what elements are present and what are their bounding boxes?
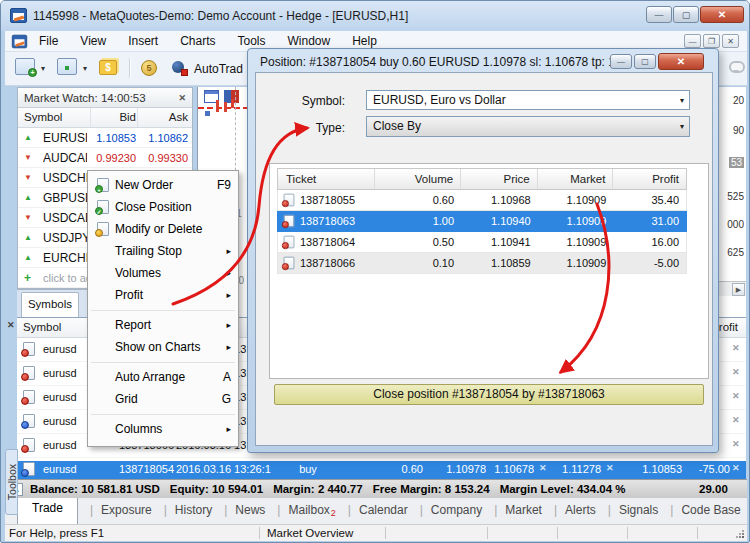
menu-item-show-on-charts[interactable]: Show on Charts▸ xyxy=(88,336,238,358)
status-segment-text: Market Overview xyxy=(267,527,353,539)
column-profit[interactable]: Profit xyxy=(613,169,686,189)
bid-value: 1.10853 xyxy=(94,132,136,144)
menu-file[interactable]: File xyxy=(28,31,69,51)
ask-value: 1.10862 xyxy=(140,132,188,144)
profiles-dropdown-icon[interactable]: ▾ xyxy=(83,64,87,73)
profiles-icon[interactable] xyxy=(57,58,77,75)
close-trade-icon[interactable]: ✕ xyxy=(732,343,740,353)
selected-trade-row[interactable]: eurusd 138718054 2016.03.16 13:26:10 buy… xyxy=(17,461,746,479)
chart-candle xyxy=(205,111,210,116)
remove-tp-icon[interactable]: ✕ xyxy=(606,463,614,473)
close-trade-icon[interactable]: ✕ xyxy=(732,463,740,473)
tab-signals[interactable]: Signals xyxy=(600,499,662,524)
toolbox-column-symbol[interactable]: Symbol xyxy=(23,321,61,333)
autotrading-label[interactable]: AutoTrad xyxy=(194,62,243,76)
tab-history[interactable]: History xyxy=(156,499,216,524)
symbol-combobox[interactable]: EURUSD, Euro vs Dollar▾ xyxy=(366,90,690,110)
balance-label: Balance: xyxy=(30,483,78,495)
new-chart-dropdown-icon[interactable]: ▾ xyxy=(41,64,45,73)
mdi-minimize-button[interactable]: — xyxy=(684,34,701,48)
minimize-button[interactable]: — xyxy=(646,6,672,23)
trade-symbol: eurusd xyxy=(43,367,77,379)
maximize-button[interactable]: ▢ xyxy=(673,6,699,23)
column-ticket[interactable]: Ticket xyxy=(278,169,375,189)
tab-exposure[interactable]: Exposure xyxy=(82,499,156,524)
column-market[interactable]: Market xyxy=(538,169,614,189)
column-volume[interactable]: Volume xyxy=(375,169,462,189)
coin-icon[interactable]: 5 xyxy=(141,60,157,76)
submenu-arrow-icon: ▸ xyxy=(226,268,231,278)
menu-separator xyxy=(88,410,238,418)
column-ask[interactable]: Ask xyxy=(140,111,188,123)
dialog-close-button[interactable]: ✕ xyxy=(658,53,704,70)
close-button[interactable]: ✕ xyxy=(700,6,744,23)
menu-item-new-order[interactable]: + New OrderF9 xyxy=(88,174,238,196)
chart-window-icon[interactable] xyxy=(12,34,27,48)
chart-horizontal-scrollbar[interactable]: ▶ xyxy=(719,281,746,296)
market-watch-row[interactable]: ▼ AUDCAD 0.99230 0.99330 xyxy=(18,148,192,168)
table-row-selected[interactable]: 138718063 1.00 1.10940 1.10909 31.00 xyxy=(277,211,687,232)
menu-item-trailing-stop[interactable]: Trailing Stop▸ xyxy=(88,240,238,262)
close-by-button[interactable]: Close position #138718054 by #138718063 xyxy=(274,384,704,405)
menu-item-grid[interactable]: GridG xyxy=(88,388,238,410)
balance-value: 10 581.81 USD xyxy=(81,483,160,495)
tab-company[interactable]: Company xyxy=(412,499,486,524)
scroll-right-icon[interactable]: ▶ xyxy=(732,283,745,296)
tab-news[interactable]: News xyxy=(216,499,269,524)
mdi-close-button[interactable]: ✕ xyxy=(722,34,739,48)
menu-item-profit[interactable]: Profit▸ xyxy=(88,284,238,306)
close-trade-icon[interactable]: ✕ xyxy=(732,439,740,449)
menu-item-close-position[interactable]: ✓ Close Position xyxy=(88,196,238,218)
mdi-restore-button[interactable]: ❐ xyxy=(703,34,720,48)
balance-bar: ▲ Balance: 10 581.81 USD Equity: 10 594.… xyxy=(5,479,747,498)
column-symbol[interactable]: Symbol xyxy=(24,111,62,123)
menu-item-columns[interactable]: Columns▸ xyxy=(88,418,238,440)
menu-item-auto-arrange[interactable]: Auto ArrangeA xyxy=(88,366,238,388)
market-watch-close-icon[interactable]: ✕ xyxy=(178,93,186,103)
tab-mailbox[interactable]: Mailbox2 xyxy=(269,499,340,524)
market-watch-row[interactable]: ▲ EURUSD 1.10853 1.10862 xyxy=(18,128,192,148)
tab-calendar[interactable]: Calendar xyxy=(340,499,412,524)
tab-expert[interactable]: Expert xyxy=(745,499,747,524)
close-trade-icon[interactable]: ✕ xyxy=(732,415,740,425)
tab-symbols[interactable]: Symbols xyxy=(21,292,79,318)
tab-codebase[interactable]: Code Base xyxy=(662,499,745,524)
menu-view[interactable]: View xyxy=(69,31,117,51)
community-chat-icon[interactable] xyxy=(729,61,745,73)
close-trade-icon[interactable]: ✕ xyxy=(732,367,740,377)
tab-trade[interactable]: Trade xyxy=(17,498,78,524)
column-bid[interactable]: Bid xyxy=(94,111,136,123)
menu-insert[interactable]: Insert xyxy=(117,31,169,51)
menu-item-modify-or-delete[interactable]: Modify or Delete xyxy=(88,218,238,240)
menu-charts[interactable]: Charts xyxy=(169,31,226,51)
dialog-minimize-button[interactable]: — xyxy=(610,54,632,69)
menu-item-report[interactable]: Report▸ xyxy=(88,314,238,336)
new-chart-icon[interactable]: + xyxy=(15,58,35,75)
menu-item-volumes[interactable]: Volumes▸ xyxy=(88,262,238,284)
dialog-client-area: Symbol: EURUSD, Euro vs Dollar▾ Type: Cl… xyxy=(255,72,713,446)
market-watch-columns: Symbol Bid Ask xyxy=(18,108,192,128)
autotrading-icon[interactable] xyxy=(171,60,188,76)
sell-position-icon xyxy=(284,257,295,270)
up-arrow-icon: ▲ xyxy=(24,193,32,202)
column-price[interactable]: Price xyxy=(461,169,538,189)
trade-volume: 0.60 xyxy=(367,463,423,475)
close-trade-icon[interactable]: ✕ xyxy=(732,391,740,401)
table-row[interactable]: 138718066 0.10 1.10859 1.10909 -5.00 xyxy=(277,253,687,274)
toolbar-separator xyxy=(129,58,130,78)
equity-label: Equity: xyxy=(170,483,209,495)
funds-folder-icon[interactable]: $ xyxy=(99,60,117,75)
tab-alerts[interactable]: Alerts xyxy=(546,499,600,524)
type-combobox[interactable]: Close By▾ xyxy=(366,116,690,137)
toolbox-vertical-tab[interactable]: Toolbox xyxy=(5,449,18,515)
dialog-maximize-button[interactable]: ▢ xyxy=(634,54,656,69)
symbol-label: EURUSD xyxy=(43,131,87,145)
table-row[interactable]: 138718055 0.60 1.10968 1.10909 35.40 xyxy=(277,190,687,211)
toolbox-close-icon[interactable]: ✕ xyxy=(7,320,15,330)
chart-candle xyxy=(224,102,227,112)
tab-market[interactable]: Market xyxy=(486,499,546,524)
symbol-label: GBPUSD xyxy=(43,191,87,205)
table-row[interactable]: 138718064 0.50 1.10941 1.10909 16.00 xyxy=(277,232,687,253)
resize-grip[interactable] xyxy=(735,529,744,538)
balance-right-value: 29.00 xyxy=(699,483,728,495)
